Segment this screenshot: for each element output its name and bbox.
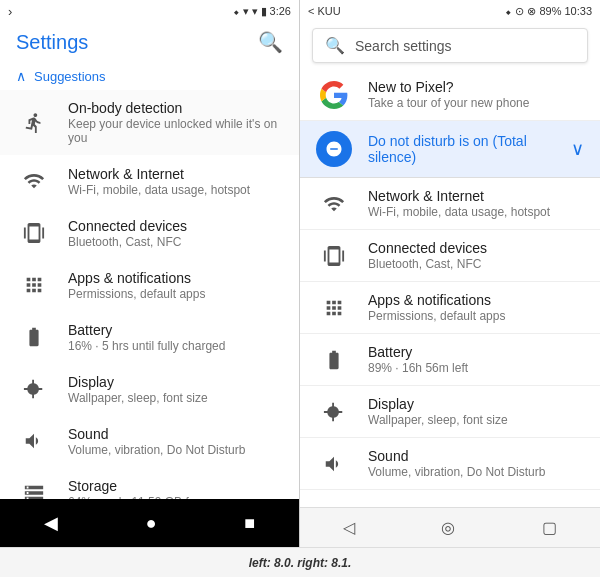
item-subtitle: Permissions, default apps bbox=[368, 309, 584, 323]
status-icons-left: ⬥ ▾ ▾ ▮ 3:26 bbox=[233, 5, 291, 18]
dnd-text: Do not disturb is on (Total silence) bbox=[368, 133, 571, 165]
search-bar-placeholder: Search settings bbox=[355, 38, 452, 54]
list-item[interactable]: Apps & notifications Permissions, defaul… bbox=[0, 259, 299, 311]
status-left-text: < KUU bbox=[308, 5, 341, 17]
item-text: Network & Internet Wi-Fi, mobile, data u… bbox=[368, 188, 584, 219]
list-item[interactable]: Apps & notifications Permissions, defaul… bbox=[300, 282, 600, 334]
item-title: Apps & notifications bbox=[368, 292, 584, 308]
home-button-left[interactable]: ● bbox=[126, 505, 177, 542]
dnd-item[interactable]: Do not disturb is on (Total silence) ∨ bbox=[300, 121, 600, 178]
item-title: Network & Internet bbox=[368, 188, 584, 204]
item-title: Connected devices bbox=[368, 240, 584, 256]
time-right: 10:33 bbox=[564, 5, 592, 17]
wifi-circle-icon: ⊙ bbox=[515, 5, 524, 18]
item-text: New to Pixel? Take a tour of your new ph… bbox=[368, 79, 584, 110]
item-text: Display Wallpaper, sleep, font size bbox=[68, 374, 283, 405]
list-item[interactable]: Connected devices Bluetooth, Cast, NFC bbox=[300, 230, 600, 282]
time-left: 3:26 bbox=[270, 5, 291, 17]
list-item[interactable]: Storage 64% used · 11.59 GB free bbox=[0, 467, 299, 499]
wifi-icon-right bbox=[316, 193, 352, 215]
item-text: On-body detection Keep your device unloc… bbox=[68, 100, 283, 145]
list-item[interactable]: Connected devices Bluetooth, Cast, NFC bbox=[0, 207, 299, 259]
signal-icon-right: ⊗ bbox=[527, 5, 536, 18]
settings-list-left: On-body detection Keep your device unloc… bbox=[0, 90, 299, 499]
item-text: Connected devices Bluetooth, Cast, NFC bbox=[68, 218, 283, 249]
home-button-right[interactable]: ◎ bbox=[421, 512, 475, 543]
item-subtitle: 89% · 16h 56m left bbox=[368, 361, 584, 375]
item-subtitle: Volume, vibration, Do Not Disturb bbox=[68, 443, 283, 457]
item-subtitle: Bluetooth, Cast, NFC bbox=[368, 257, 584, 271]
item-title: Network & Internet bbox=[68, 166, 283, 182]
item-text: Connected devices Bluetooth, Cast, NFC bbox=[368, 240, 584, 271]
promo-item[interactable]: New to Pixel? Take a tour of your new ph… bbox=[300, 69, 600, 121]
item-title: Display bbox=[368, 396, 584, 412]
chevron-icon: › bbox=[8, 4, 12, 19]
sound-icon-right bbox=[316, 453, 352, 475]
battery-icon bbox=[16, 326, 52, 348]
caption-bar: left: 8.0. right: 8.1. bbox=[0, 547, 600, 577]
battery-icon-left: ▮ bbox=[261, 5, 267, 18]
list-item[interactable]: Battery 16% · 5 hrs until fully charged bbox=[0, 311, 299, 363]
display-icon bbox=[16, 378, 52, 400]
item-subtitle: Wallpaper, sleep, font size bbox=[368, 413, 584, 427]
item-subtitle: Volume, vibration, Do Not Disturb bbox=[368, 465, 584, 479]
item-title: On-body detection bbox=[68, 100, 283, 116]
signal-icon-left: ▾ bbox=[252, 5, 258, 18]
storage-icon bbox=[16, 482, 52, 499]
recent-button-right[interactable]: ▢ bbox=[522, 512, 577, 543]
list-item[interactable]: Display Wallpaper, sleep, font size bbox=[300, 386, 600, 438]
list-item[interactable]: Network & Internet Wi-Fi, mobile, data u… bbox=[300, 178, 600, 230]
list-item[interactable]: On-body detection Keep your device unloc… bbox=[0, 90, 299, 155]
wifi-icon bbox=[16, 170, 52, 192]
bluetooth-icon-left: ⬥ bbox=[233, 5, 240, 17]
item-text: Battery 16% · 5 hrs until fully charged bbox=[68, 322, 283, 353]
item-text: Sound Volume, vibration, Do Not Disturb bbox=[68, 426, 283, 457]
wifi-icon-left: ▾ bbox=[243, 5, 249, 18]
item-text: Sound Volume, vibration, Do Not Disturb bbox=[368, 448, 584, 479]
back-button-left[interactable]: ◀ bbox=[24, 504, 78, 542]
item-subtitle: Wi-Fi, mobile, data usage, hotspot bbox=[68, 183, 283, 197]
promo-subtitle: Take a tour of your new phone bbox=[368, 96, 584, 110]
item-subtitle: Keep your device unlocked while it's on … bbox=[68, 117, 283, 145]
list-item[interactable]: Network & Internet Wi-Fi, mobile, data u… bbox=[0, 155, 299, 207]
status-icons-right: ⬥ ⊙ ⊗ 89% 10:33 bbox=[505, 5, 592, 18]
search-icon-right: 🔍 bbox=[325, 36, 345, 55]
item-text: Display Wallpaper, sleep, font size bbox=[368, 396, 584, 427]
item-title: Connected devices bbox=[68, 218, 283, 234]
nav-bar-right: ◁ ◎ ▢ bbox=[300, 507, 600, 547]
display-icon-right bbox=[316, 401, 352, 423]
search-bar[interactable]: 🔍 Search settings bbox=[312, 28, 588, 63]
google-g-icon bbox=[316, 81, 352, 109]
list-item[interactable]: Storage bbox=[300, 490, 600, 507]
item-text: Storage 64% used · 11.59 GB free bbox=[68, 478, 283, 500]
connected-devices-icon bbox=[16, 222, 52, 244]
nav-bar-left: ◀ ● ■ bbox=[0, 499, 299, 547]
item-subtitle: Wi-Fi, mobile, data usage, hotspot bbox=[368, 205, 584, 219]
list-item[interactable]: Sound Volume, vibration, Do Not Disturb bbox=[300, 438, 600, 490]
item-text: Battery 89% · 16h 56m left bbox=[368, 344, 584, 375]
item-title: Storage bbox=[68, 478, 283, 494]
item-subtitle: 16% · 5 hrs until fully charged bbox=[68, 339, 283, 353]
bluetooth-icon-right: ⬥ bbox=[505, 5, 512, 17]
recent-button-left[interactable]: ■ bbox=[224, 505, 275, 542]
suggestions-chevron-icon: ∧ bbox=[16, 68, 26, 84]
screen-right: < KUU ⬥ ⊙ ⊗ 89% 10:33 🔍 Search settings bbox=[300, 0, 600, 547]
search-button-left[interactable]: 🔍 bbox=[258, 30, 283, 54]
list-item[interactable]: Battery 89% · 16h 56m left bbox=[300, 334, 600, 386]
list-item[interactable]: Display Wallpaper, sleep, font size bbox=[0, 363, 299, 415]
dnd-chevron-icon: ∨ bbox=[571, 138, 584, 160]
back-button-right[interactable]: ◁ bbox=[323, 512, 375, 543]
connected-devices-icon-right bbox=[316, 245, 352, 267]
apps-icon bbox=[16, 274, 52, 296]
item-title: Sound bbox=[368, 448, 584, 464]
settings-title-left: Settings bbox=[16, 31, 88, 54]
item-title: Display bbox=[68, 374, 283, 390]
walk-icon bbox=[16, 112, 52, 134]
settings-list-right: New to Pixel? Take a tour of your new ph… bbox=[300, 69, 600, 507]
list-item[interactable]: Sound Volume, vibration, Do Not Disturb bbox=[0, 415, 299, 467]
item-text: Apps & notifications Permissions, defaul… bbox=[368, 292, 584, 323]
item-text: Network & Internet Wi-Fi, mobile, data u… bbox=[68, 166, 283, 197]
item-title: Battery bbox=[368, 344, 584, 360]
screen-left: › ⬥ ▾ ▾ ▮ 3:26 Settings 🔍 ∧ Suggestions bbox=[0, 0, 300, 547]
item-title: Sound bbox=[68, 426, 283, 442]
